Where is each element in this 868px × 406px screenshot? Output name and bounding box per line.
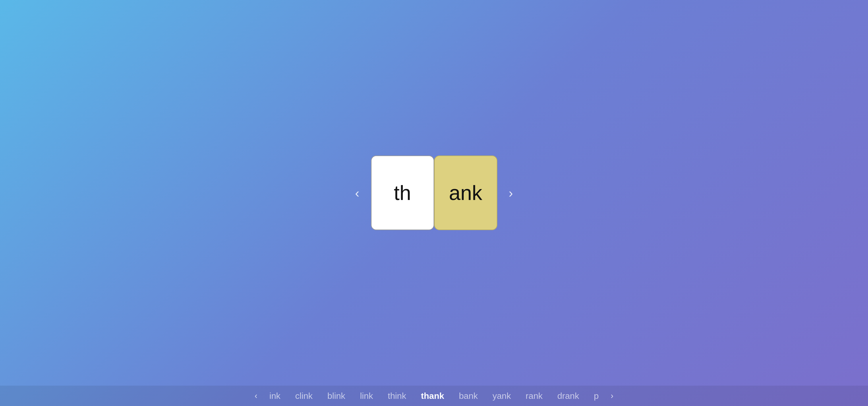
rime-text: ank [449, 181, 482, 205]
word-item[interactable]: thank [413, 391, 452, 401]
word-item[interactable]: blink [320, 391, 352, 401]
word-item[interactable]: p [587, 391, 606, 401]
word-item[interactable]: drank [550, 391, 586, 401]
onset-text: th [394, 181, 411, 205]
word-list: inkclinkblinklinkthinkthankbankyankrankd… [262, 391, 606, 401]
word-item[interactable]: think [380, 391, 413, 401]
rime-card[interactable]: ank [434, 156, 497, 230]
bottom-next-arrow[interactable]: › [606, 391, 618, 401]
main-area: ‹ th ank › [0, 0, 868, 385]
next-arrow-button[interactable]: › [497, 185, 525, 200]
cards-container: th ank [371, 156, 497, 230]
prev-arrow-button[interactable]: ‹ [344, 185, 371, 200]
word-item[interactable]: clink [288, 391, 320, 401]
word-item[interactable]: rank [518, 391, 550, 401]
word-item[interactable]: ink [262, 391, 288, 401]
word-item[interactable]: link [352, 391, 380, 401]
word-item[interactable]: yank [485, 391, 518, 401]
bottom-prev-arrow[interactable]: ‹ [250, 391, 262, 401]
onset-card[interactable]: th [371, 156, 434, 230]
bottom-bar: ‹ inkclinkblinklinkthinkthankbankyankran… [0, 385, 868, 406]
word-item[interactable]: bank [452, 391, 485, 401]
